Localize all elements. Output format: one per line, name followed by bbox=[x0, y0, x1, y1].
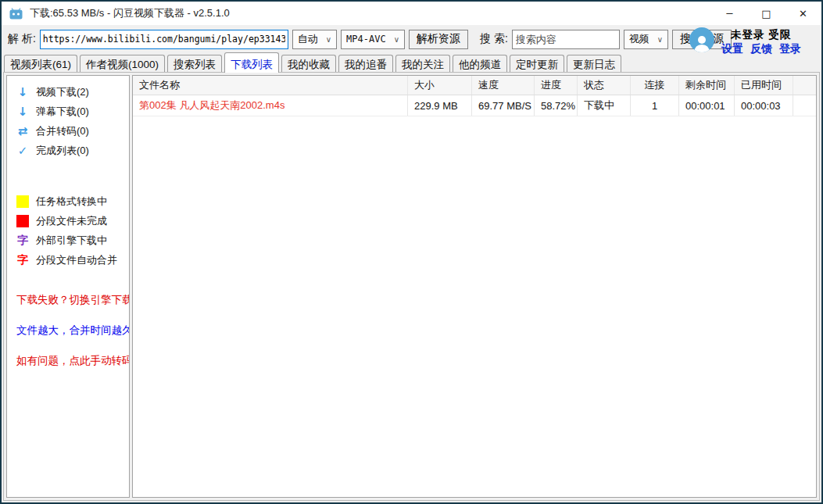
sidebar-notes: 下载失败？切换引擎下载 文件越大，合并时间越久 如有问题，点此手动转码 bbox=[16, 293, 126, 368]
tab-video-list[interactable]: 视频列表(61) bbox=[4, 55, 77, 72]
parse-resource-button[interactable]: 解析资源 bbox=[409, 30, 468, 49]
yellow-swatch bbox=[16, 195, 29, 208]
legend-label: 分段文件未完成 bbox=[36, 214, 107, 228]
column-header-status[interactable]: 状态 bbox=[578, 76, 631, 95]
column-header-remaining-time[interactable]: 剩余时间 bbox=[679, 76, 735, 95]
parse-label: 解 析: bbox=[8, 32, 36, 46]
tab-my-follows[interactable]: 我的关注 bbox=[395, 55, 450, 72]
account-links: 设置 反馈 登录 bbox=[721, 42, 801, 56]
login-status: 未登录 受限 bbox=[721, 28, 801, 42]
download-arrow-icon: ↓ bbox=[16, 105, 29, 119]
app-window: 下载:65.53 MB/s - 闪豆视频下载器 - v2.5.1.0 ─ □ ✕… bbox=[0, 0, 823, 504]
url-input[interactable] bbox=[40, 30, 288, 49]
format-select-value: MP4-AVC bbox=[346, 34, 386, 45]
legend-label: 任务格式转换中 bbox=[36, 195, 107, 209]
legend-item-converting: 任务格式转换中 bbox=[16, 191, 126, 211]
download-arrow-icon: ↓ bbox=[16, 85, 29, 99]
legend-item-auto-merge: 字 分段文件自动合并 bbox=[16, 250, 126, 270]
cell-speed: 69.77 MB/S bbox=[472, 95, 535, 116]
red-swatch bbox=[16, 215, 29, 227]
cell-progress: 58.72% bbox=[535, 95, 578, 116]
tab-download-list[interactable]: 下载列表 bbox=[224, 52, 279, 73]
mode-select-value: 自动 bbox=[298, 32, 318, 46]
maximize-button[interactable]: □ bbox=[748, 2, 785, 25]
search-input[interactable] bbox=[512, 30, 620, 49]
minimize-button[interactable]: ─ bbox=[711, 2, 748, 25]
status-legend: 任务格式转换中 分段文件未完成 字 外部引擎下载中 字 分段文件自动合并 bbox=[16, 191, 126, 270]
swap-arrows-icon: ⇄ bbox=[16, 124, 29, 138]
download-sidebar: ↓ 视频下载(2) ↓ 弹幕下载(0) ⇄ 合并转码(0) ✓ 完成列表(0) … bbox=[6, 75, 130, 498]
legend-item-segment-incomplete: 分段文件未完成 bbox=[16, 211, 126, 231]
chevron-down-icon: ∨ bbox=[326, 35, 331, 44]
account-text: 未登录 受限 设置 反馈 登录 bbox=[721, 27, 801, 58]
tab-his-channel[interactable]: 他的频道 bbox=[453, 55, 507, 72]
sidebar-item-label: 弹幕下载(0) bbox=[36, 105, 89, 119]
tab-author-videos[interactable]: 作者视频(1000) bbox=[80, 55, 165, 72]
table-row[interactable]: 第002集 凡人风起天南2002.m4s 229.9 MB 69.77 MB/S… bbox=[133, 95, 816, 116]
user-icon bbox=[692, 34, 712, 52]
column-header-progress[interactable]: 进度 bbox=[535, 76, 578, 95]
search-label: 搜 索: bbox=[480, 32, 508, 46]
account-area: 未登录 受限 设置 反馈 登录 bbox=[689, 27, 801, 58]
table-header-row: 文件名称 大小 速度 进度 状态 连接 剩余时间 已用时间 bbox=[133, 76, 816, 95]
tab-changelog[interactable]: 更新日志 bbox=[567, 55, 621, 72]
sidebar-item-label: 视频下载(2) bbox=[36, 85, 89, 99]
cell-remaining-time: 00:00:01 bbox=[679, 95, 735, 116]
app-logo-icon bbox=[9, 8, 23, 20]
cell-size: 229.9 MB bbox=[408, 95, 472, 116]
chevron-down-icon: ∨ bbox=[394, 35, 399, 44]
sidebar-item-label: 合并转码(0) bbox=[36, 124, 89, 138]
chevron-down-icon: ∨ bbox=[657, 35, 663, 44]
purple-char-swatch: 字 bbox=[16, 234, 29, 248]
column-header-size[interactable]: 大小 bbox=[408, 76, 472, 95]
legend-label: 分段文件自动合并 bbox=[36, 253, 117, 267]
tab-my-bangumi[interactable]: 我的追番 bbox=[338, 55, 393, 72]
search-type-value: 视频 bbox=[629, 32, 649, 46]
search-type-select[interactable]: 视频 ∨ bbox=[624, 30, 668, 49]
download-table: 文件名称 大小 速度 进度 状态 连接 剩余时间 已用时间 第002集 凡人风起… bbox=[132, 75, 817, 498]
cell-connections: 1 bbox=[631, 95, 679, 116]
column-header-filename[interactable]: 文件名称 bbox=[133, 76, 408, 95]
window-title: 下载:65.53 MB/s - 闪豆视频下载器 - v2.5.1.0 bbox=[30, 6, 230, 20]
legend-item-external-engine: 字 外部引擎下载中 bbox=[16, 231, 126, 250]
cell-elapsed-time: 00:00:03 bbox=[735, 95, 793, 116]
avatar[interactable] bbox=[689, 27, 714, 52]
feedback-link[interactable]: 反馈 bbox=[750, 42, 772, 56]
red-char-swatch: 字 bbox=[16, 253, 29, 267]
column-header-speed[interactable]: 速度 bbox=[472, 76, 535, 95]
close-button[interactable]: ✕ bbox=[785, 2, 821, 25]
tab-search-list[interactable]: 搜索列表 bbox=[167, 55, 222, 72]
settings-link[interactable]: 设置 bbox=[721, 42, 743, 56]
cell-filename: 第002集 凡人风起天南2002.m4s bbox=[133, 95, 408, 116]
note-switch-engine[interactable]: 下载失败？切换引擎下载 bbox=[16, 293, 126, 307]
sidebar-item-danmaku-download[interactable]: ↓ 弹幕下载(0) bbox=[16, 102, 126, 121]
sidebar-item-label: 完成列表(0) bbox=[36, 144, 89, 158]
column-header-connections[interactable]: 连接 bbox=[631, 76, 679, 95]
legend-label: 外部引擎下载中 bbox=[36, 234, 107, 248]
sidebar-item-merge-transcode[interactable]: ⇄ 合并转码(0) bbox=[16, 121, 126, 141]
login-link[interactable]: 登录 bbox=[779, 42, 801, 56]
window-controls: ─ □ ✕ bbox=[711, 2, 821, 25]
tab-scheduled-update[interactable]: 定时更新 bbox=[510, 55, 564, 72]
cell-status: 下载中 bbox=[578, 95, 631, 116]
check-icon: ✓ bbox=[16, 144, 29, 158]
column-header-elapsed-time[interactable]: 已用时间 bbox=[735, 76, 793, 95]
sidebar-item-video-download[interactable]: ↓ 视频下载(2) bbox=[16, 82, 126, 102]
title-bar: 下载:65.53 MB/s - 闪豆视频下载器 - v2.5.1.0 ─ □ ✕ bbox=[2, 2, 821, 25]
mode-select[interactable]: 自动 ∨ bbox=[292, 30, 337, 49]
note-merge-time: 文件越大，合并时间越久 bbox=[16, 323, 126, 338]
tab-my-favorites[interactable]: 我的收藏 bbox=[281, 55, 336, 72]
format-select[interactable]: MP4-AVC ∨ bbox=[341, 30, 405, 49]
sidebar-item-completed-list[interactable]: ✓ 完成列表(0) bbox=[16, 141, 126, 160]
main-content: ↓ 视频下载(2) ↓ 弹幕下载(0) ⇄ 合并转码(0) ✓ 完成列表(0) … bbox=[3, 72, 820, 501]
note-manual-transcode[interactable]: 如有问题，点此手动转码 bbox=[16, 354, 126, 368]
